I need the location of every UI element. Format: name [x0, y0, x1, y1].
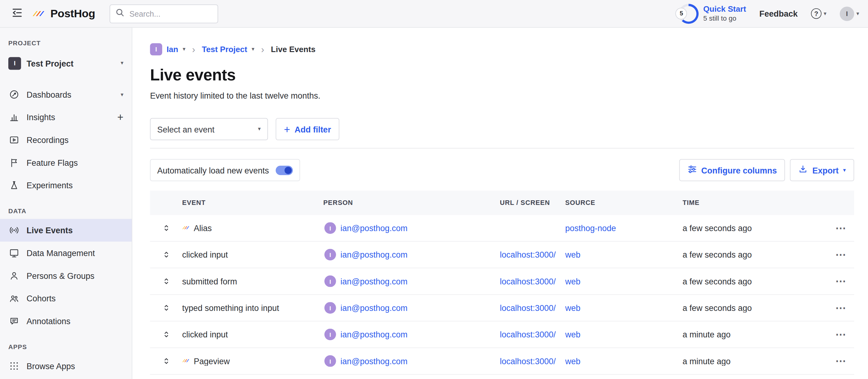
search-box[interactable] [110, 4, 218, 23]
expand-row-button[interactable] [161, 249, 171, 261]
person-avatar: I [324, 302, 336, 314]
table-header-row: EVENT PERSON URL / SCREEN SOURCE TIME [150, 191, 854, 215]
url-link[interactable]: localhost:3000/ [500, 250, 556, 259]
row-actions-button[interactable]: ⋯ [833, 355, 848, 367]
row-actions-button[interactable]: ⋯ [833, 328, 848, 341]
person-avatar: I [324, 249, 336, 261]
breadcrumb-page: Live Events [271, 45, 315, 54]
source-link[interactable]: web [565, 329, 581, 339]
person-link[interactable]: ian@posthog.com [340, 356, 407, 366]
person-link[interactable]: ian@posthog.com [340, 224, 407, 233]
sidebar-item-insights[interactable]: Insights + [0, 106, 132, 129]
user-menu[interactable]: I ▾ [840, 6, 859, 21]
sidebar-item-feature-flags[interactable]: Feature Flags [0, 151, 132, 174]
new-insight-plus-icon[interactable]: + [117, 112, 123, 122]
project-section-label: PROJECT [0, 40, 132, 47]
row-actions-button[interactable]: ⋯ [833, 275, 848, 288]
quick-start-label[interactable]: Quick Start [703, 5, 746, 14]
page-title: Live events [150, 65, 854, 84]
project-name: Test Project [27, 59, 73, 68]
quick-start[interactable]: 5 Quick Start 5 still to go [679, 4, 746, 24]
expand-row-button[interactable] [161, 302, 171, 314]
feedback-link[interactable]: Feedback [760, 9, 798, 19]
sidebar-item-browse-apps[interactable]: Browse Apps [0, 355, 132, 377]
posthog-app: PostHog 5 Quick Start 5 still to go Feed… [0, 0, 868, 379]
event-name: typed something into input [182, 303, 279, 313]
sidebar-item-dashboards[interactable]: Dashboards ▾ [0, 83, 132, 106]
chevron-down-icon: ▾ [856, 11, 859, 16]
events-table: EVENT PERSON URL / SCREEN SOURCE TIME [150, 191, 854, 375]
expand-row-button[interactable] [161, 355, 171, 367]
chevron-down-icon[interactable]: ▾ [121, 92, 123, 97]
chevron-right-icon: › [192, 45, 195, 54]
event-name: Alias [194, 224, 212, 233]
source-link[interactable]: web [565, 303, 581, 313]
chevron-down-icon[interactable]: ▾ [252, 47, 254, 52]
event-name: submitted form [182, 276, 237, 286]
configure-columns-button[interactable]: Configure columns [679, 159, 785, 181]
person-link[interactable]: ian@posthog.com [340, 303, 407, 313]
person-avatar: I [324, 275, 336, 287]
sidebar-item-annotations[interactable]: Annotations [0, 310, 132, 332]
table-controls-row: Automatically load new events Configure … [150, 159, 854, 181]
person-link[interactable]: ian@posthog.com [340, 330, 407, 339]
help-menu[interactable]: ? ▾ [811, 8, 827, 19]
sidebar-toggle-button[interactable] [9, 4, 26, 23]
header-time: TIME [683, 199, 828, 207]
filter-row: Select an event ▾ + Add filter [150, 118, 854, 140]
flask-icon [8, 180, 20, 191]
collapse-menu-icon [11, 7, 23, 21]
row-actions-button[interactable]: ⋯ [833, 249, 848, 261]
sidebar-item-experiments[interactable]: Experiments [0, 174, 132, 197]
sidebar-item-persons-groups[interactable]: Persons & Groups [0, 264, 132, 287]
row-actions-button[interactable]: ⋯ [833, 301, 848, 314]
url-link[interactable]: localhost:3000/ [500, 329, 556, 339]
event-time: a few seconds ago [683, 250, 828, 259]
breadcrumb-project[interactable]: Test Project [202, 45, 247, 54]
expand-row-button[interactable] [161, 222, 171, 234]
sliders-icon [687, 165, 697, 176]
sidebar-item-recordings[interactable]: Recordings [0, 128, 132, 151]
posthog-logo[interactable]: PostHog [32, 6, 95, 21]
topbar-right: 5 Quick Start 5 still to go Feedback ? ▾… [679, 4, 859, 24]
table-row: clicked input I ian@posthog.com localhos… [150, 321, 854, 348]
breadcrumb: I Ian ▾ › Test Project ▾ › Live Events [150, 43, 854, 55]
table-row: Pageview I ian@posthog.com localhost:300… [150, 348, 854, 374]
data-section-label: DATA [0, 208, 132, 214]
insights-icon [8, 112, 20, 123]
url-link[interactable]: localhost:3000/ [500, 356, 556, 366]
main-content: I Ian ▾ › Test Project ▾ › Live Events L… [132, 28, 868, 379]
url-link[interactable]: localhost:3000/ [500, 276, 556, 286]
search-input[interactable] [128, 9, 212, 19]
expand-row-button[interactable] [161, 328, 171, 340]
chevron-down-icon[interactable]: ▾ [183, 47, 185, 52]
flag-icon [8, 157, 20, 168]
sidebar-item-cohorts[interactable]: Cohorts [0, 287, 132, 310]
sidebar: PROJECT I Test Project ▾ Dashboards ▾ [0, 28, 132, 379]
dashboards-icon [8, 89, 20, 100]
source-link[interactable]: web [565, 356, 581, 366]
project-avatar: I [8, 57, 21, 69]
breadcrumb-user[interactable]: Ian [166, 45, 178, 54]
url-link[interactable]: localhost:3000/ [500, 303, 556, 313]
sidebar-item-live-events[interactable]: Live Events [0, 219, 132, 241]
person-link[interactable]: ian@posthog.com [340, 276, 407, 286]
export-button[interactable]: Export ▾ [790, 159, 854, 181]
autoload-toggle[interactable] [276, 166, 293, 175]
table-row: submitted form I ian@posthog.com localho… [150, 268, 854, 295]
event-select[interactable]: Select an event ▾ [150, 118, 268, 140]
search-icon [116, 8, 124, 19]
add-filter-button[interactable]: + Add filter [276, 118, 340, 140]
source-link[interactable]: web [565, 276, 581, 286]
person-link[interactable]: ian@posthog.com [340, 250, 407, 259]
autoload-label: Automatically load new events [157, 166, 269, 175]
posthog-event-icon [182, 356, 190, 366]
project-switcher[interactable]: I Test Project ▾ [0, 52, 132, 74]
source-link[interactable]: web [565, 250, 581, 259]
expand-row-button[interactable] [161, 275, 171, 287]
source-link[interactable]: posthog-node [565, 223, 616, 233]
row-actions-button[interactable]: ⋯ [833, 222, 848, 234]
header-person: PERSON [323, 199, 500, 207]
sidebar-item-data-management[interactable]: Data Management [0, 241, 132, 264]
person-avatar: I [324, 222, 336, 234]
